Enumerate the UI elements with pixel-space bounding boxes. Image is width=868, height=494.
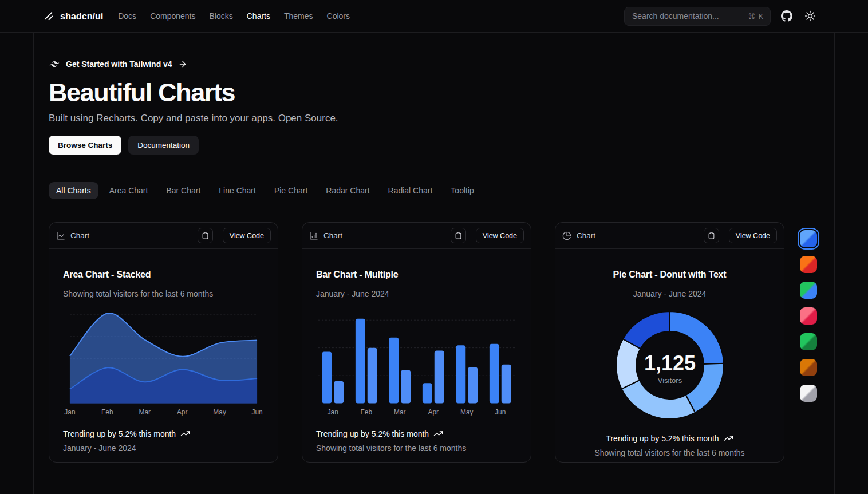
trending-up-icon — [180, 429, 190, 438]
card-toolbar: Chart View Code — [555, 223, 784, 249]
theme-toggle-button[interactable] — [803, 9, 818, 23]
chart-column-icon — [309, 231, 318, 240]
svg-text:1,125: 1,125 — [644, 351, 695, 375]
tab-bar-chart[interactable]: Bar Chart — [159, 182, 208, 199]
chart-card-donut: Chart View Code Pie Chart - Donut with T… — [555, 222, 784, 463]
tab-all-charts[interactable]: All Charts — [49, 182, 98, 199]
chart-description: Showing total visitors for the last 6 mo… — [63, 289, 264, 298]
svg-text:Visitors: Visitors — [657, 376, 682, 385]
toolbar-separator — [218, 231, 218, 240]
copy-button[interactable] — [198, 228, 213, 243]
trending-up-icon — [433, 429, 443, 438]
chart-filter-tabs: All Charts Area Chart Bar Chart Line Cha… — [34, 173, 834, 208]
arrow-right-icon — [178, 60, 187, 69]
site-header: shadcn/ui Docs Components Blocks Charts … — [0, 0, 868, 33]
nav-blocks[interactable]: Blocks — [210, 11, 233, 21]
chart-title: Pie Chart - Donut with Text — [569, 270, 770, 280]
tab-pie-chart[interactable]: Pie Chart — [267, 182, 315, 199]
chart-card-area: Chart View Code Area Chart - Stacked Sho… — [49, 222, 278, 463]
hero-section: Get Started with Tailwind v4 Beautiful C… — [34, 33, 834, 173]
svg-text:Feb: Feb — [360, 408, 372, 416]
theme-swatch-amber[interactable] — [800, 359, 817, 376]
search-placeholder: Search documentation... — [632, 11, 719, 21]
theme-swatch-blue[interactable] — [800, 230, 817, 247]
documentation-button[interactable]: Documentation — [128, 136, 199, 155]
svg-text:Feb: Feb — [101, 408, 113, 416]
chart-footer-secondary: Showing total visitors for the last 6 mo… — [316, 444, 517, 453]
svg-text:Jun: Jun — [495, 408, 506, 416]
nav-colors[interactable]: Colors — [327, 11, 350, 21]
page-title: Beautiful Charts — [49, 79, 834, 106]
chart-description: January - June 2024 — [569, 289, 770, 298]
theme-swatch-red[interactable] — [800, 307, 817, 325]
divider — [0, 491, 868, 491]
nav-charts[interactable]: Charts — [247, 11, 270, 21]
browse-charts-button[interactable]: Browse Charts — [49, 136, 121, 155]
svg-text:Apr: Apr — [428, 408, 439, 416]
card-toolbar-label: Chart — [577, 231, 595, 240]
chart-footer-primary: Trending up by 5.2% this month — [606, 434, 719, 443]
area-chart-canvas[interactable]: JanFebMarAprMayJun — [63, 306, 264, 420]
search-shortcut-kbd: ⌘ K — [748, 12, 764, 21]
view-code-button[interactable]: View Code — [729, 228, 777, 243]
search-input[interactable]: Search documentation... ⌘ K — [624, 7, 771, 26]
svg-text:Jun: Jun — [251, 408, 262, 416]
main-nav: Docs Components Blocks Charts Themes Col… — [118, 11, 350, 21]
nav-themes[interactable]: Themes — [284, 11, 313, 21]
chart-line-icon — [56, 231, 65, 240]
card-toolbar-label: Chart — [323, 231, 342, 240]
brand-link[interactable]: shadcn/ui — [44, 11, 103, 22]
toolbar-separator — [471, 231, 471, 240]
nav-docs[interactable]: Docs — [118, 11, 136, 21]
donut-chart-canvas[interactable]: 1,125Visitors — [569, 306, 770, 424]
bar-chart-canvas[interactable]: JanFebMarAprMayJun — [316, 306, 517, 420]
announcement-label: Get Started with Tailwind v4 — [66, 60, 172, 69]
github-icon — [781, 10, 792, 22]
theme-swatch-mono[interactable] — [800, 385, 817, 402]
chart-footer-secondary: January - June 2024 — [63, 444, 264, 453]
charts-grid-section: Chart View Code Area Chart - Stacked Sho… — [34, 208, 834, 491]
github-button[interactable] — [779, 9, 794, 23]
card-toolbar: Chart View Code — [49, 223, 278, 249]
card-toolbar-label: Chart — [70, 231, 89, 240]
view-code-button[interactable]: View Code — [476, 228, 524, 243]
theme-swatch-multi[interactable] — [800, 282, 817, 299]
tab-radar-chart[interactable]: Radar Chart — [318, 182, 377, 199]
theme-rail — [800, 230, 817, 402]
page-frame: Get Started with Tailwind v4 Beautiful C… — [33, 33, 835, 494]
chart-title: Area Chart - Stacked — [63, 270, 264, 280]
chart-footer-primary: Trending up by 5.2% this month — [316, 429, 429, 438]
clipboard-icon — [202, 232, 209, 239]
chart-description: January - June 2024 — [316, 289, 517, 298]
page-subtitle: Built using Recharts. Copy and paste int… — [49, 113, 834, 124]
chart-card-bar: Chart View Code Bar Chart - Multiple Jan… — [302, 222, 531, 463]
nav-components[interactable]: Components — [150, 11, 195, 21]
sun-icon — [804, 10, 816, 22]
brand-name: shadcn/ui — [60, 11, 103, 22]
theme-swatch-orange[interactable] — [800, 256, 817, 273]
chart-title: Bar Chart - Multiple — [316, 270, 517, 280]
svg-text:May: May — [460, 408, 474, 416]
copy-button[interactable] — [451, 228, 466, 243]
announcement-link[interactable]: Get Started with Tailwind v4 — [49, 58, 187, 70]
tab-line-chart[interactable]: Line Chart — [211, 182, 263, 199]
tab-radial-chart[interactable]: Radial Chart — [381, 182, 440, 199]
tab-tooltip[interactable]: Tooltip — [443, 182, 481, 199]
card-toolbar: Chart View Code — [302, 223, 531, 249]
svg-text:Jan: Jan — [328, 408, 338, 416]
chart-footer-primary: Trending up by 5.2% this month — [63, 429, 176, 438]
chart-footer-secondary: Showing total visitors for the last 6 mo… — [569, 448, 770, 457]
tab-area-chart[interactable]: Area Chart — [102, 182, 156, 199]
svg-text:Apr: Apr — [177, 408, 188, 416]
svg-text:Mar: Mar — [139, 408, 151, 416]
shadcn-logo-icon — [44, 11, 54, 22]
tailwind-icon — [49, 58, 60, 70]
theme-swatch-green[interactable] — [800, 333, 817, 350]
copy-button[interactable] — [704, 228, 719, 243]
view-code-button[interactable]: View Code — [223, 228, 271, 243]
pie-chart-icon — [562, 231, 571, 240]
clipboard-icon — [455, 232, 462, 239]
toolbar-separator — [724, 231, 724, 240]
clipboard-icon — [708, 232, 715, 239]
trending-up-icon — [724, 433, 733, 443]
